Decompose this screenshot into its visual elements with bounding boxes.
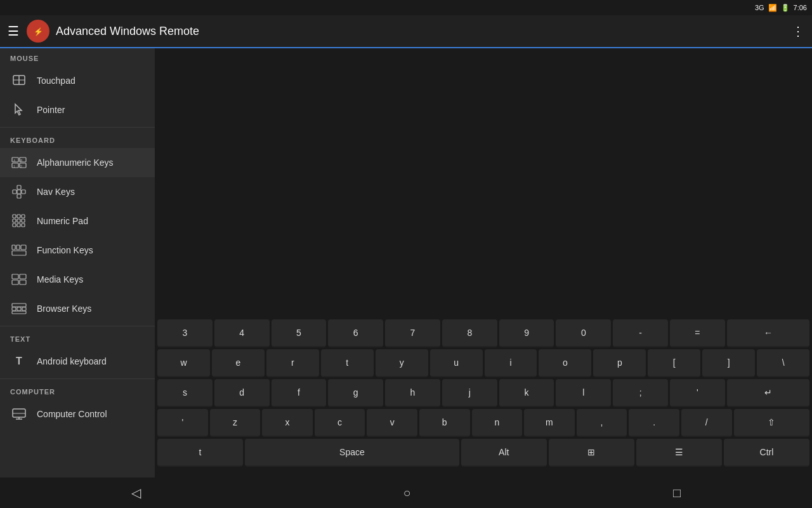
navkeys-icon — [10, 185, 28, 199]
key-y[interactable]: y — [376, 349, 428, 377]
key-v[interactable]: v — [367, 409, 417, 437]
key-z[interactable]: z — [210, 409, 261, 437]
svg-rect-22 — [17, 219, 20, 222]
key-l[interactable]: l — [556, 379, 611, 407]
key-3[interactable]: 3 — [157, 319, 213, 347]
key-s[interactable]: s — [157, 379, 213, 407]
svg-rect-14 — [17, 194, 21, 198]
key-enter[interactable]: ↵ — [727, 379, 809, 407]
recent-apps-button[interactable]: □ — [660, 481, 693, 505]
touchpad-label: Touchpad — [37, 76, 75, 86]
key-comma[interactable]: , — [577, 409, 627, 437]
key-rbracket[interactable]: ] — [702, 349, 755, 377]
hamburger-icon[interactable]: ☰ — [8, 23, 19, 39]
key-u[interactable]: u — [430, 349, 483, 377]
key-5[interactable]: 5 — [272, 319, 327, 347]
key-ctrl-right[interactable]: Ctrl — [724, 439, 809, 467]
key-row-numbers: 3 4 5 6 7 8 9 0 - = ← — [157, 319, 809, 347]
sidebar-item-pointer[interactable]: Pointer — [0, 95, 155, 124]
numpad-icon — [10, 214, 28, 228]
divider-2 — [0, 326, 155, 326]
key-row-zxcv: ' z x c v b n m , . / ⇧ — [157, 409, 809, 437]
sidebar-item-alphanumeric[interactable]: AB12 Alphanumeric Keys — [0, 148, 155, 177]
svg-rect-19 — [17, 215, 20, 218]
overflow-menu-icon[interactable]: ⋮ — [792, 23, 804, 39]
svg-rect-36 — [12, 307, 16, 311]
key-semicolon[interactable]: ; — [613, 379, 668, 407]
app-title: Advanced Windows Remote — [56, 25, 792, 38]
key-slash[interactable]: / — [681, 409, 732, 437]
sidebar-item-numpad[interactable]: Numeric Pad — [0, 206, 155, 236]
key-w[interactable]: w — [157, 349, 210, 377]
key-menu[interactable]: ☰ — [636, 439, 722, 467]
key-8[interactable]: 8 — [442, 319, 497, 347]
battery-icon: 🔋 — [781, 4, 790, 12]
key-ctrl-left[interactable]: t — [157, 439, 243, 467]
key-j[interactable]: j — [442, 379, 497, 407]
svg-rect-37 — [17, 307, 21, 311]
key-windows[interactable]: ⊞ — [549, 439, 634, 467]
key-t[interactable]: t — [321, 349, 374, 377]
browserkeys-label: Browser Keys — [37, 304, 91, 314]
sidebar-item-functionkeys[interactable]: Function Keys — [0, 236, 155, 265]
svg-rect-17 — [17, 190, 21, 194]
key-f[interactable]: f — [272, 379, 327, 407]
mouse-section-header: MOUSE — [0, 48, 155, 66]
key-shift[interactable]: ⇧ — [734, 409, 809, 437]
key-lbracket[interactable]: [ — [648, 349, 700, 377]
key-backspace[interactable]: ← — [727, 319, 809, 347]
key-e[interactable]: e — [212, 349, 265, 377]
key-b[interactable]: b — [419, 409, 470, 437]
svg-rect-25 — [17, 224, 20, 227]
key-k[interactable]: k — [499, 379, 554, 407]
key-minus[interactable]: - — [613, 319, 668, 347]
sidebar-item-navkeys[interactable]: Nav Keys — [0, 177, 155, 206]
home-button[interactable]: ○ — [390, 481, 423, 505]
key-h[interactable]: h — [385, 379, 440, 407]
svg-rect-39 — [12, 311, 26, 314]
touchpad-icon — [10, 74, 28, 88]
sidebar-item-androidkeyboard[interactable]: T Android keyboard — [0, 347, 155, 376]
key-n[interactable]: n — [472, 409, 523, 437]
key-4[interactable]: 4 — [214, 319, 270, 347]
key-m[interactable]: m — [524, 409, 575, 437]
svg-rect-32 — [20, 274, 26, 279]
svg-rect-15 — [13, 190, 16, 194]
svg-rect-21 — [13, 219, 16, 222]
key-period[interactable]: . — [629, 409, 679, 437]
key-apostrophe[interactable]: ' — [157, 409, 208, 437]
key-0[interactable]: 0 — [556, 319, 611, 347]
key-o[interactable]: o — [539, 349, 591, 377]
key-backslash[interactable]: \ — [757, 349, 809, 377]
signal-bars-icon: 📶 — [768, 4, 777, 12]
sidebar-item-mediakeys[interactable]: Media Keys — [0, 265, 155, 294]
sidebar-item-touchpad[interactable]: Touchpad — [0, 66, 155, 95]
key-9[interactable]: 9 — [499, 319, 554, 347]
sidebar-item-browserkeys[interactable]: Browser Keys — [0, 294, 155, 323]
app-logo: ⚡ — [27, 20, 49, 43]
mediakeys-label: Media Keys — [37, 274, 83, 284]
key-alt[interactable]: Alt — [461, 439, 547, 467]
sidebar: MOUSE Touchpad Pointer KEYBOARD AB12 Alp… — [0, 48, 155, 478]
key-r[interactable]: r — [266, 349, 319, 377]
key-i[interactable]: i — [485, 349, 537, 377]
key-quote[interactable]: ' — [670, 379, 725, 407]
key-7[interactable]: 7 — [385, 319, 440, 347]
mediakeys-icon — [10, 272, 28, 286]
keyboard-area: 3 4 5 6 7 8 9 0 - = ← w e r t y u i o p … — [155, 317, 812, 471]
svg-rect-38 — [22, 307, 26, 311]
key-6[interactable]: 6 — [328, 319, 383, 347]
svg-rect-18 — [13, 215, 16, 218]
sidebar-item-computercontrol[interactable]: Computer Control — [0, 399, 155, 429]
key-space[interactable]: Space — [245, 439, 459, 467]
key-c[interactable]: c — [315, 409, 365, 437]
computercontrol-icon — [10, 407, 28, 421]
key-d[interactable]: d — [214, 379, 270, 407]
numpad-label: Numeric Pad — [37, 216, 88, 226]
key-x[interactable]: x — [262, 409, 313, 437]
key-p[interactable]: p — [593, 349, 646, 377]
key-g[interactable]: g — [328, 379, 383, 407]
key-equals[interactable]: = — [670, 319, 725, 347]
computercontrol-label: Computer Control — [37, 409, 107, 419]
back-button[interactable]: ◁ — [119, 480, 154, 505]
